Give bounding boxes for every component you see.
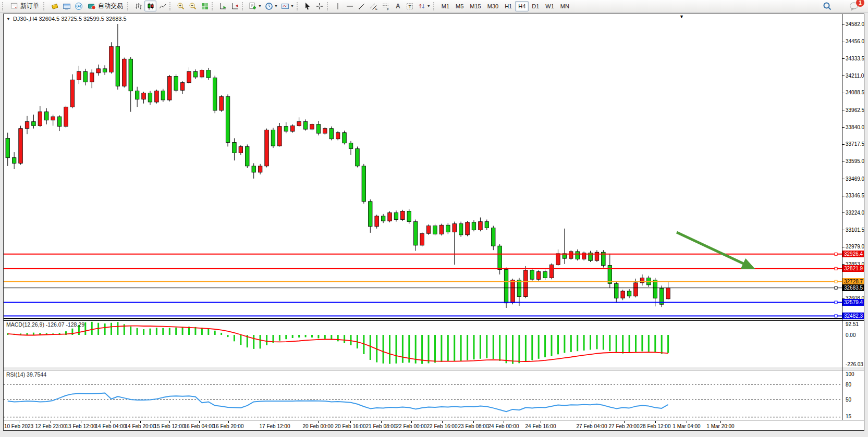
zoom-out-button[interactable]: [187, 1, 199, 11]
macd-indicator-pane[interactable]: [4, 320, 842, 368]
candle: [57, 115, 62, 131]
toolbar-gripper[interactable]: [433, 2, 437, 10]
candle: [414, 220, 418, 251]
time-label: 24 Feb 00:00: [483, 423, 524, 429]
timeframe-w1-button[interactable]: W1: [542, 1, 557, 11]
price-badge: 32579.4: [842, 299, 864, 306]
fibonacci-button[interactable]: F: [380, 1, 392, 11]
toolbar-gripper[interactable]: [2, 2, 6, 10]
rsi-indicator-pane[interactable]: [4, 370, 842, 420]
notification-count-badge: 1: [856, 0, 864, 7]
time-tick: [51, 421, 51, 423]
symbol-dropdown-icon[interactable]: ▼: [6, 17, 10, 21]
toolbar-gripper[interactable]: [127, 2, 131, 10]
toolbar-gripper[interactable]: [43, 2, 47, 10]
candle: [466, 221, 470, 236]
text-label-button[interactable]: T: [404, 1, 416, 11]
price-axis-line: [842, 14, 842, 420]
candle: [109, 42, 114, 73]
indicators-icon: [249, 2, 257, 10]
cursor-button[interactable]: [302, 1, 314, 11]
price-tick-label: 33717.5: [846, 141, 866, 147]
search-button[interactable]: [821, 1, 834, 11]
equidistant-channel-button[interactable]: E: [368, 1, 380, 11]
trend-arrow-object[interactable]: [677, 232, 755, 269]
timeframe-h1-button[interactable]: H1: [502, 1, 515, 11]
candle: [511, 279, 515, 304]
level-line-handle[interactable]: [835, 253, 837, 255]
timeframe-m1-button[interactable]: M1: [438, 1, 453, 11]
trendline-button[interactable]: [356, 1, 368, 11]
chevron-down-icon: ▼: [258, 4, 262, 8]
toolbar-gripper[interactable]: [297, 2, 300, 10]
candle: [284, 122, 288, 133]
candle: [148, 91, 152, 105]
auto-trading-button[interactable]: 自动交易: [84, 1, 126, 11]
time-tick: [111, 421, 111, 423]
main-toolbar: 新订单 自动交易 ▼: [0, 0, 868, 13]
new-order-button[interactable]: 新订单: [7, 1, 42, 11]
rsi-label: RSI(14) 39.7544: [6, 371, 46, 378]
line-chart-button[interactable]: [156, 1, 168, 11]
price-tick: [842, 161, 845, 161]
chart-corner-marker-icon[interactable]: ▼: [679, 14, 684, 19]
candle: [239, 145, 243, 155]
toolbar-gripper[interactable]: [169, 2, 173, 10]
candle: [323, 127, 327, 135]
tile-windows-button[interactable]: [199, 1, 211, 11]
zoom-in-icon: [177, 2, 185, 10]
chart-shift-button[interactable]: [229, 1, 241, 11]
candlestick-chart-icon: [146, 2, 155, 10]
level-line-handle[interactable]: [835, 301, 837, 304]
horizontal-line-button[interactable]: [344, 1, 356, 11]
arrows-button[interactable]: ▼: [416, 1, 432, 11]
level-line-handle[interactable]: [835, 286, 837, 289]
main-candlestick-chart[interactable]: [4, 14, 842, 318]
macd-axis-label: 92.51: [846, 321, 866, 328]
rsi-axis-label: 15: [846, 413, 866, 420]
candle: [90, 69, 94, 88]
level-line-handle[interactable]: [835, 315, 837, 317]
signals-button[interactable]: [72, 1, 84, 11]
candlestick-chart-button[interactable]: [144, 1, 156, 11]
timeframe-d1-button[interactable]: D1: [529, 1, 542, 11]
candle: [278, 123, 282, 146]
crosshair-button[interactable]: [314, 1, 326, 11]
toolbar-gripper[interactable]: [327, 2, 331, 10]
indicators-button[interactable]: ▼: [247, 1, 263, 11]
time-tick: [655, 421, 656, 423]
price-tick-label: 34333.5: [846, 55, 866, 62]
price-tick-label: 33224.0: [846, 209, 866, 216]
auto-trading-label: 自动交易: [98, 2, 123, 10]
terminal-button[interactable]: [60, 1, 72, 11]
price-tick: [842, 196, 845, 196]
periods-button[interactable]: ▼: [263, 1, 279, 11]
market-watch-button[interactable]: [48, 1, 60, 11]
auto-scroll-button[interactable]: [217, 1, 229, 11]
toolbar-gripper[interactable]: [212, 2, 215, 10]
candle: [310, 123, 314, 131]
bar-chart-button[interactable]: [132, 1, 144, 11]
vertical-line-button[interactable]: [332, 1, 344, 11]
channel-icon: E: [370, 2, 378, 10]
level-line-handle[interactable]: [835, 267, 837, 270]
timeframe-m5-button[interactable]: M5: [453, 1, 467, 11]
timeframe-h4-button[interactable]: H4: [515, 1, 529, 11]
timeframe-m30-button[interactable]: M30: [484, 1, 502, 11]
timeframe-m15-button[interactable]: M15: [467, 1, 484, 11]
toolbar-gripper[interactable]: [242, 2, 246, 10]
candle: [258, 164, 262, 174]
price-tick: [842, 144, 845, 145]
time-label: 16 Feb 20:00: [207, 423, 249, 429]
level-line-handle[interactable]: [835, 280, 837, 283]
notifications-button[interactable]: 1: [847, 1, 861, 11]
zoom-in-button[interactable]: [175, 1, 187, 11]
templates-button[interactable]: ▼: [279, 1, 296, 11]
trendline-icon: [358, 2, 366, 10]
timeframe-mn-button[interactable]: MN: [557, 1, 572, 11]
text-button[interactable]: A: [392, 1, 404, 11]
arrows-icon: [418, 2, 426, 10]
candle: [349, 141, 353, 155]
text-a-icon: A: [396, 3, 400, 10]
candle: [343, 131, 347, 145]
